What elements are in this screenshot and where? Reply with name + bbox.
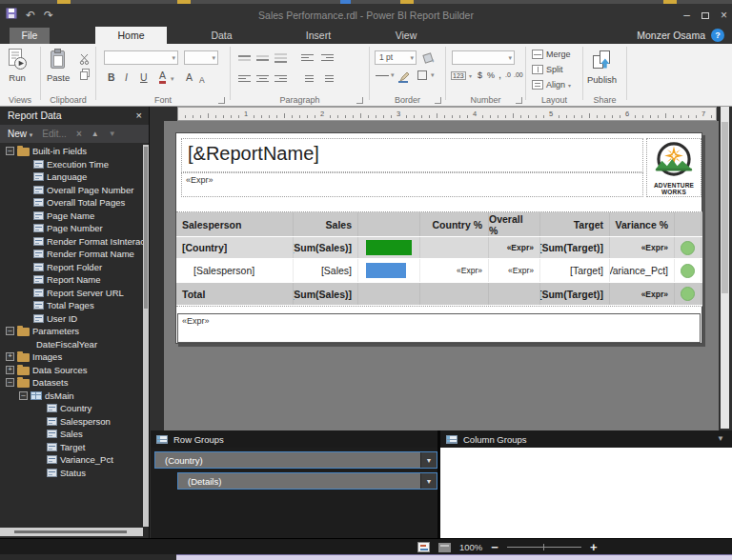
tree-item-data-sources[interactable]: +Data Sources xyxy=(0,364,143,377)
restore-button[interactable] xyxy=(702,10,709,21)
table-cell[interactable] xyxy=(358,283,420,305)
align-right-icon[interactable] xyxy=(274,73,287,84)
table-header-cell[interactable]: Overall % xyxy=(489,212,540,236)
groups-options-chevron-icon[interactable]: ▼ xyxy=(717,434,724,443)
report-footer-textbox[interactable]: «Expr» xyxy=(177,313,701,343)
table-cell[interactable]: [Country] xyxy=(176,237,294,258)
number-format-dropdown-icon[interactable]: ▾ xyxy=(469,72,472,79)
tab-insert[interactable]: Insert xyxy=(289,27,348,44)
table-cell[interactable] xyxy=(420,283,489,305)
border-dropdown-icon[interactable]: ▾ xyxy=(431,71,435,79)
align-center-icon[interactable] xyxy=(256,73,269,84)
table-cell[interactable] xyxy=(675,237,702,258)
collapse-icon[interactable]: – xyxy=(6,147,14,155)
report-subtitle-textbox[interactable]: «Expr» xyxy=(181,172,643,197)
panel-vertical-scrollbar[interactable] xyxy=(143,145,149,527)
number-format-icon[interactable]: 123 xyxy=(451,71,466,80)
expand-icon[interactable]: + xyxy=(6,352,14,361)
paste-button[interactable]: Paste xyxy=(47,48,70,83)
group-dropdown-button[interactable]: ▼ xyxy=(420,452,437,468)
tree-item-dsmain[interactable]: –dsMain xyxy=(0,390,143,403)
report-page[interactable]: [&ReportName] «Expr» xyxy=(175,132,702,344)
decrease-indent-icon[interactable] xyxy=(301,52,314,63)
tree-item-datefiscalyear[interactable]: DateFiscalYear xyxy=(0,338,143,351)
copy-button[interactable] xyxy=(79,67,91,84)
increase-decimal-button[interactable]: .0 xyxy=(505,71,511,78)
percent-button[interactable]: % xyxy=(487,70,495,80)
table-cell[interactable]: [Sum(Target)] xyxy=(540,237,610,258)
currency-button[interactable]: $ xyxy=(478,70,482,80)
align-top-icon[interactable] xyxy=(238,52,251,63)
table-cell[interactable]: «Expr» xyxy=(420,259,489,282)
tree-item-overall-total-pages[interactable]: Overall Total Pages xyxy=(0,196,143,210)
tree-item-datasets[interactable]: –Datasets xyxy=(0,376,143,390)
table-cell[interactable] xyxy=(675,283,702,305)
font-color-dropdown-icon[interactable]: ▾ xyxy=(171,72,174,86)
company-logo[interactable]: ADVENTURE WORKS xyxy=(646,138,702,197)
tree-item-report-name[interactable]: Report Name xyxy=(0,273,143,287)
table-cell[interactable]: «Expr» xyxy=(610,283,675,305)
table-cell[interactable]: «Expr» xyxy=(489,237,540,258)
panel-close-icon[interactable]: × xyxy=(136,107,142,125)
canvas-vertical-scrollbar[interactable] xyxy=(721,107,729,429)
tree-item-page-name[interactable]: Page Name xyxy=(0,210,143,223)
new-button[interactable]: New ▾ xyxy=(8,129,32,139)
tree-item-salesperson[interactable]: Salesperson xyxy=(0,415,143,429)
minimize-button[interactable]: – xyxy=(683,10,690,21)
tab-data[interactable]: Data xyxy=(195,27,248,44)
table-cell[interactable] xyxy=(675,259,702,282)
font-size-select[interactable]: ▾ xyxy=(184,50,218,65)
table-cell[interactable]: [Sum(Sales)] xyxy=(294,237,358,258)
line-color-button[interactable] xyxy=(398,70,411,87)
table-cell[interactable] xyxy=(358,237,420,258)
group-bar-details[interactable]: (Details)▼ xyxy=(177,472,437,490)
tree-item-total-pages[interactable]: Total Pages xyxy=(0,299,143,312)
fill-color-button[interactable] xyxy=(422,50,436,68)
line-style-dropdown-icon[interactable]: ▾ xyxy=(391,71,395,79)
move-up-icon[interactable]: ▲ xyxy=(92,130,99,138)
italic-button[interactable]: I xyxy=(125,70,128,84)
group-dropdown-button[interactable]: ▼ xyxy=(420,473,437,489)
align-bottom-icon[interactable] xyxy=(274,52,287,63)
table-cell[interactable]: [Salesperson] xyxy=(176,259,294,282)
tree-item-render-format-isinteractive[interactable]: Render Format IsInteractive xyxy=(0,235,143,249)
panel-horizontal-scrollbar[interactable] xyxy=(0,528,143,536)
tab-home[interactable]: Home xyxy=(95,27,167,44)
table-cell[interactable] xyxy=(358,259,420,282)
table-cell[interactable]: «Expr» xyxy=(610,237,675,258)
table-header-cell[interactable] xyxy=(675,212,702,236)
table-cell[interactable]: Total xyxy=(176,283,294,305)
tree-item-country[interactable]: Country xyxy=(0,402,143,415)
comma-button[interactable]: , xyxy=(498,69,501,80)
tree-item-overall-page-number[interactable]: Overall Page Number xyxy=(0,184,143,197)
run-button[interactable]: Run xyxy=(7,48,28,83)
tree-item-target[interactable]: Target xyxy=(0,441,143,454)
tree-item-sales[interactable]: Sales xyxy=(0,428,143,441)
collapse-icon[interactable]: – xyxy=(6,378,14,387)
edit-button[interactable]: Edit... xyxy=(42,129,67,139)
tablix-matrix[interactable]: SalespersonSalesCountry %Overall %Target… xyxy=(176,211,702,307)
expand-icon[interactable]: + xyxy=(6,366,14,374)
tree-item-page-number[interactable]: Page Number xyxy=(0,222,143,235)
report-title-textbox[interactable]: [&ReportName] xyxy=(181,138,643,172)
table-cell[interactable] xyxy=(420,237,489,258)
collapse-icon[interactable]: – xyxy=(19,391,28,400)
tree-item-execution-time[interactable]: Execution Time xyxy=(0,158,143,171)
design-canvas[interactable]: [&ReportName] «Expr» xyxy=(164,121,719,430)
table-cell[interactable]: [Sum(Sales)] xyxy=(294,283,358,305)
underline-button[interactable]: U xyxy=(140,70,148,84)
number-format-select[interactable]: ▾ xyxy=(452,50,515,65)
merge-button[interactable]: Merge xyxy=(532,50,571,59)
table-header-cell[interactable]: Target xyxy=(540,212,610,236)
delete-icon[interactable]: × xyxy=(76,129,82,139)
table-header-cell[interactable]: Sales xyxy=(294,212,358,236)
tree-item-language[interactable]: Language xyxy=(0,170,143,184)
tree-item-report-server-url[interactable]: Report Server URL xyxy=(0,287,143,300)
align-left-icon[interactable] xyxy=(238,73,251,84)
tree-item-status[interactable]: Status xyxy=(0,467,143,480)
table-header-cell[interactable]: Country % xyxy=(420,212,489,236)
tree-item-user-id[interactable]: User ID xyxy=(0,312,143,326)
bold-button[interactable]: B xyxy=(108,70,115,84)
collapse-icon[interactable]: – xyxy=(6,327,14,335)
shrink-font-button[interactable]: A xyxy=(199,73,205,87)
